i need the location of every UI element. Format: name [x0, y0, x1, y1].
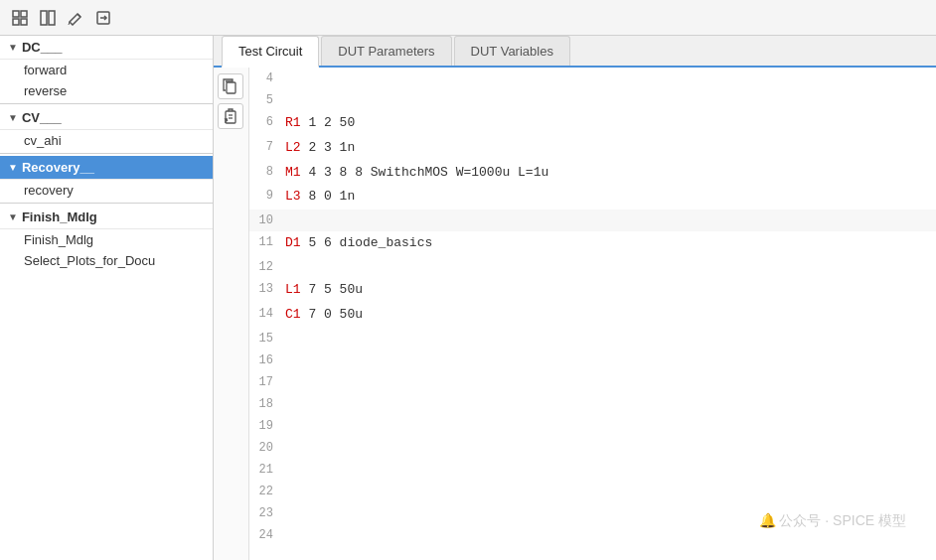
line-number: 4 [249, 68, 281, 89]
line-content [281, 68, 936, 89]
sidebar-group-recovery: ▼ Recovery__ recovery [0, 156, 213, 201]
line-number: 24 [249, 524, 281, 546]
svg-line-7 [69, 22, 70, 25]
toolbar [0, 0, 936, 36]
line-number: 13 [249, 278, 281, 303]
code-line: 17 [249, 371, 936, 393]
tab-dut-parameters-label: DUT Parameters [338, 44, 434, 59]
recovery-arrow-icon: ▼ [8, 162, 18, 173]
sidebar-group-dc: ▼ DC___ forward reverse [0, 36, 213, 101]
code-line: 18 [249, 393, 936, 415]
line-content [281, 502, 936, 524]
line-content [281, 437, 936, 459]
code-line: 8M1 4 3 8 8 SwithchMOS W=1000u L=1u [249, 161, 936, 186]
reverse-label: reverse [24, 83, 67, 98]
line-content: C1 7 0 50u [281, 303, 936, 328]
line-content [281, 481, 936, 502]
dc-arrow-icon: ▼ [8, 42, 18, 53]
line-number: 8 [249, 161, 281, 186]
sidebar-item-select-plots[interactable]: Select_Plots_for_Docu [0, 250, 213, 271]
tab-dut-parameters[interactable]: DUT Parameters [321, 36, 451, 66]
code-line: 13L1 7 5 50u [249, 278, 936, 303]
sidebar-item-reverse[interactable]: reverse [0, 80, 213, 101]
code-line: 22 [249, 481, 936, 502]
export-button[interactable] [91, 6, 115, 30]
line-number: 11 [249, 231, 281, 256]
main-layout: ▼ DC___ forward reverse ▼ CV___ cv_ahi [0, 36, 936, 560]
finish-mdlg-label: Finish_Mdlg [24, 232, 93, 247]
line-number: 23 [249, 502, 281, 524]
code-line: 23 [249, 502, 936, 524]
code-line: 14C1 7 0 50u [249, 303, 936, 328]
forward-label: forward [24, 63, 67, 77]
line-content [281, 524, 936, 546]
sidebar-item-cv-ahi[interactable]: cv_ahi [0, 130, 213, 151]
svg-line-6 [78, 14, 80, 17]
finish-arrow-icon: ▼ [8, 211, 18, 222]
line-number: 16 [249, 350, 281, 371]
line-number: 20 [249, 437, 281, 459]
sidebar: ▼ DC___ forward reverse ▼ CV___ cv_ahi [0, 36, 214, 560]
sidebar-group-finish-header[interactable]: ▼ Finish_Mdlg [0, 206, 213, 229]
code-area: 456R1 1 2 507L2 2 3 1n8M1 4 3 8 8 Swithc… [214, 68, 936, 560]
line-number: 17 [249, 371, 281, 393]
sidebar-group-cv-header[interactable]: ▼ CV___ [0, 106, 213, 130]
sidebar-group-recovery-header[interactable]: ▼ Recovery__ [0, 156, 213, 180]
line-content [281, 415, 936, 437]
split-button[interactable] [36, 6, 60, 30]
line-number: 21 [249, 459, 281, 481]
recovery-group-label: Recovery__ [22, 160, 94, 175]
grid-button[interactable] [8, 6, 32, 30]
tab-dut-variables[interactable]: DUT Variables [454, 36, 570, 66]
dc-group-label: DC___ [22, 40, 62, 55]
select-plots-label: Select_Plots_for_Docu [24, 253, 155, 268]
code-editor[interactable]: 456R1 1 2 507L2 2 3 1n8M1 4 3 8 8 Swithc… [249, 68, 936, 560]
line-content [281, 350, 936, 371]
code-line: 10 [249, 210, 936, 231]
line-content [281, 393, 936, 415]
code-line: 7L2 2 3 1n [249, 136, 936, 161]
line-content [281, 210, 936, 231]
line-number: 7 [249, 136, 281, 161]
line-number: 19 [249, 415, 281, 437]
sidebar-item-finish-mdlg[interactable]: Finish_Mdlg [0, 229, 213, 250]
svg-rect-2 [13, 19, 19, 25]
line-number: 6 [249, 111, 281, 136]
svg-rect-5 [49, 11, 55, 25]
tab-dut-variables-label: DUT Variables [471, 44, 553, 59]
action-copy-button[interactable] [218, 73, 243, 99]
finish-group-label: Finish_Mdlg [22, 210, 97, 224]
code-line: 24 [249, 524, 936, 546]
code-line: 12 [249, 256, 936, 278]
code-line: 16 [249, 350, 936, 371]
line-content [281, 328, 936, 350]
cv-group-label: CV___ [22, 110, 62, 125]
line-content [281, 459, 936, 481]
sidebar-item-forward[interactable]: forward [0, 60, 213, 80]
code-line: 15 [249, 328, 936, 350]
line-content: L2 2 3 1n [281, 136, 936, 161]
sidebar-group-dc-header[interactable]: ▼ DC___ [0, 36, 213, 60]
line-number: 14 [249, 303, 281, 328]
line-number: 18 [249, 393, 281, 415]
sidebar-group-cv: ▼ CV___ cv_ahi [0, 106, 213, 151]
pen-button[interactable] [64, 6, 87, 30]
line-number: 15 [249, 328, 281, 350]
line-content [281, 256, 936, 278]
divider-3 [0, 203, 213, 204]
code-line: 9L3 8 0 1n [249, 185, 936, 210]
divider-1 [0, 103, 213, 104]
svg-rect-3 [21, 19, 27, 25]
tab-test-circuit-label: Test Circuit [238, 44, 302, 59]
svg-rect-0 [13, 11, 19, 17]
code-line: 4 [249, 68, 936, 89]
action-paste-button[interactable] [218, 103, 243, 129]
line-number: 12 [249, 256, 281, 278]
tab-test-circuit[interactable]: Test Circuit [222, 36, 319, 68]
code-line: 19 [249, 415, 936, 437]
cv-arrow-icon: ▼ [8, 112, 18, 123]
line-content: L3 8 0 1n [281, 185, 936, 210]
sidebar-item-recovery[interactable]: recovery [0, 180, 213, 201]
line-content: M1 4 3 8 8 SwithchMOS W=1000u L=1u [281, 161, 936, 186]
line-content: R1 1 2 50 [281, 111, 936, 136]
